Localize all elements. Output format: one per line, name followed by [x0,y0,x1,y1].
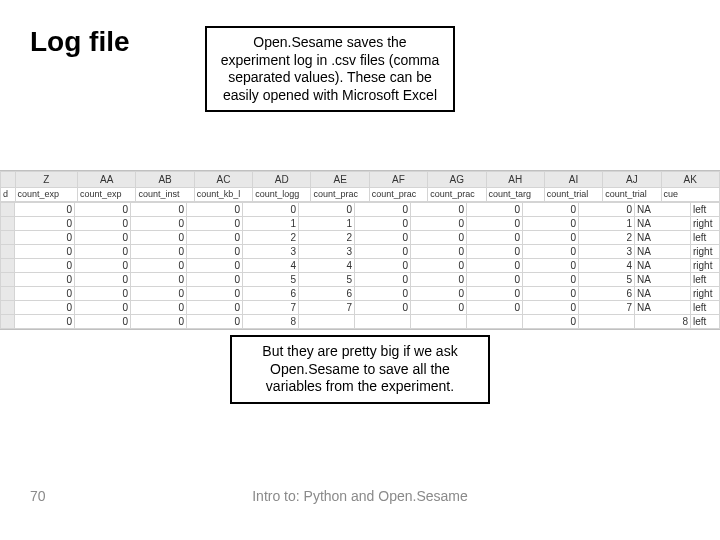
cell: 0 [131,245,187,259]
cell: 8 [635,315,691,329]
cell: 0 [187,231,243,245]
cell: 7 [243,301,299,315]
cell: 0 [187,203,243,217]
cell: 0 [243,203,299,217]
cell: 0 [131,301,187,315]
cell: 0 [187,245,243,259]
table-row: 00005500005NAleft [1,273,720,287]
cell: left [691,273,720,287]
cell: 0 [75,203,131,217]
cell: 0 [523,287,579,301]
cell: 0 [75,273,131,287]
table-row: 00000000000NAleft [1,203,720,217]
cell: 7 [579,301,635,315]
cell: 4 [579,259,635,273]
cell: 0 [355,217,411,231]
cell: 0 [75,231,131,245]
cell: 1 [299,217,355,231]
cell: 0 [75,287,131,301]
cell: 0 [355,287,411,301]
cell: NA [635,231,691,245]
table-row: 00006600006NAright [1,287,720,301]
cell: 0 [75,259,131,273]
col-letter: AE [311,172,369,188]
cell: 0 [411,245,467,259]
cell: 0 [523,301,579,315]
cell: 0 [15,217,75,231]
cell: 0 [15,273,75,287]
row-head [1,273,15,287]
cell: 0 [15,203,75,217]
cell: 0 [523,259,579,273]
cell: 0 [467,273,523,287]
table-row: 0000808left [1,315,720,329]
callout-top: Open.Sesame saves the experiment log in … [205,26,455,112]
cell: 0 [299,203,355,217]
cell: 0 [355,273,411,287]
cell: right [691,217,720,231]
cell: 0 [411,231,467,245]
cell: 3 [579,245,635,259]
cell: 0 [131,217,187,231]
field-name: count_prac [311,188,369,202]
cell: 0 [467,259,523,273]
col-letter: AD [253,172,311,188]
cell: 0 [467,231,523,245]
field-name: count_trial [544,188,602,202]
cell: 4 [299,259,355,273]
row-head [1,315,15,329]
cell: 0 [187,273,243,287]
cell: NA [635,301,691,315]
cell: NA [635,287,691,301]
table-row: 00001100001NAright [1,217,720,231]
cell: left [691,231,720,245]
cell: 0 [187,259,243,273]
table-row: 00003300003NAright [1,245,720,259]
row-head [1,203,15,217]
field-name: count_prac [369,188,427,202]
cell: 0 [523,315,579,329]
page-title: Log file [30,26,130,58]
col-letter: AK [661,172,719,188]
field-name: count_kb_l [194,188,252,202]
cell: 5 [243,273,299,287]
cell: 0 [187,287,243,301]
cell: 5 [579,273,635,287]
spreadsheet: Z AA AB AC AD AE AF AG AH AI AJ AK dcoun… [0,170,720,330]
cell: 0 [131,259,187,273]
field-name: count_targ [486,188,544,202]
cell: 0 [523,273,579,287]
cell: right [691,245,720,259]
cell: 2 [243,231,299,245]
cell: 0 [187,217,243,231]
cell: 0 [131,315,187,329]
col-letter: AG [428,172,486,188]
cell: 0 [411,203,467,217]
cell: 0 [467,217,523,231]
cell: 6 [243,287,299,301]
cell: left [691,315,720,329]
cell: 0 [75,245,131,259]
row-head [1,245,15,259]
row-head [1,217,15,231]
cell: 0 [579,203,635,217]
cell: 0 [355,301,411,315]
cell: 1 [579,217,635,231]
cell: 0 [15,301,75,315]
cell: 0 [187,301,243,315]
cell: 0 [75,301,131,315]
cell: 3 [299,245,355,259]
cell: 0 [467,301,523,315]
cell: 1 [243,217,299,231]
footer-caption: Intro to: Python and Open.Sesame [0,488,720,504]
cell: 0 [355,259,411,273]
field-name: count_inst [136,188,194,202]
field-name: count_logg [253,188,311,202]
cell: 0 [131,273,187,287]
cell: 0 [15,287,75,301]
cell: 0 [75,315,131,329]
cell: 0 [355,231,411,245]
cell: 0 [15,315,75,329]
cell: 2 [299,231,355,245]
cell: NA [635,203,691,217]
